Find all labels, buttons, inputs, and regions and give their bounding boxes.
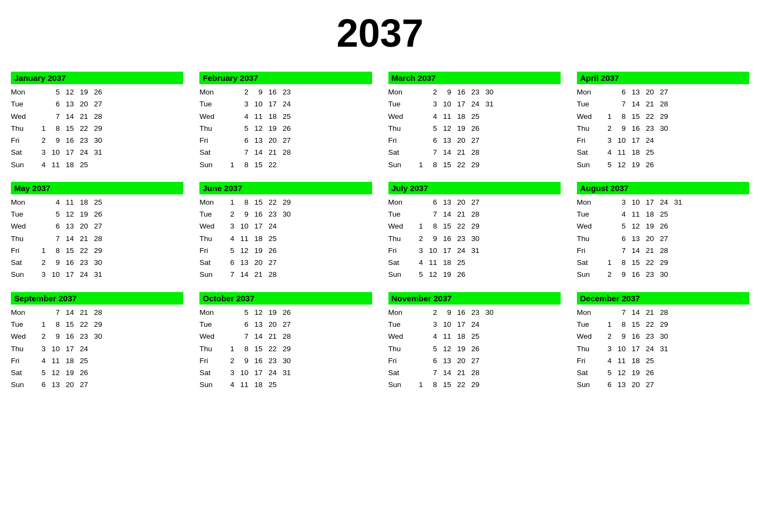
day-num bbox=[598, 245, 612, 257]
day-num: 16 bbox=[437, 233, 451, 245]
day-num: 17 bbox=[60, 147, 74, 159]
day-num: 8 bbox=[234, 197, 248, 208]
day-num: 3 bbox=[423, 98, 437, 110]
day-row: Tue18152229 bbox=[577, 319, 749, 331]
day-row: Fri3101724 bbox=[577, 135, 749, 147]
day-num: 17 bbox=[626, 135, 640, 147]
day-num: 16 bbox=[451, 307, 466, 319]
day-num: 10 bbox=[437, 98, 451, 110]
day-name: Sun bbox=[388, 379, 409, 391]
day-name: Wed bbox=[388, 220, 409, 232]
day-row: Sun18152229 bbox=[388, 379, 561, 391]
day-num: 17 bbox=[248, 220, 262, 232]
day-num: 15 bbox=[248, 197, 262, 208]
calendar-grid: January 2037Mon5121926Tue6132027Wed71421… bbox=[11, 72, 749, 391]
day-num: 21 bbox=[74, 307, 88, 319]
month-body: Mon6132027Tue7142128Wed18152229Thu291623… bbox=[388, 197, 561, 281]
day-name: Mon bbox=[388, 86, 409, 98]
day-num: 9 bbox=[234, 208, 248, 220]
month-header: January 2037 bbox=[11, 72, 183, 84]
day-num: 12 bbox=[423, 269, 437, 281]
day-num: 22 bbox=[74, 123, 88, 135]
day-num: 14 bbox=[437, 367, 451, 379]
day-nums: 310172431 bbox=[220, 367, 291, 379]
day-row: Thu18152229 bbox=[11, 123, 183, 135]
day-name: Fri bbox=[199, 245, 220, 257]
day-name: Fri bbox=[577, 355, 598, 367]
day-row: Sat5121926 bbox=[11, 367, 183, 379]
day-row: Thu29162330 bbox=[577, 123, 749, 135]
day-num: 5 bbox=[598, 159, 612, 171]
day-num: 31 bbox=[88, 147, 102, 159]
month-block: January 2037Mon5121926Tue6132027Wed71421… bbox=[11, 72, 183, 171]
day-num: 9 bbox=[234, 355, 248, 367]
day-name: Sun bbox=[388, 159, 409, 171]
day-name: Wed bbox=[388, 111, 409, 123]
day-nums: 18152229 bbox=[32, 123, 102, 135]
day-name: Tue bbox=[388, 208, 409, 220]
day-nums: 7142128 bbox=[220, 269, 291, 281]
day-num: 25 bbox=[74, 159, 88, 171]
day-num: 19 bbox=[60, 367, 74, 379]
month-body: Mon310172431Tue4111825Wed5121926Thu61320… bbox=[577, 197, 749, 281]
day-name: Sat bbox=[11, 367, 32, 379]
day-name: Thu bbox=[577, 123, 598, 135]
day-num: 28 bbox=[262, 269, 277, 281]
day-num: 9 bbox=[437, 307, 451, 319]
day-num: 25 bbox=[466, 331, 480, 343]
month-block: February 2037Mon291623Tue3101724Wed41118… bbox=[199, 72, 372, 171]
day-num: 24 bbox=[277, 98, 291, 110]
day-num bbox=[88, 379, 102, 391]
day-num: 1 bbox=[32, 123, 46, 135]
day-num: 13 bbox=[248, 319, 262, 331]
day-num: 13 bbox=[46, 379, 60, 391]
day-num: 23 bbox=[262, 355, 277, 367]
day-row: Sat18152229 bbox=[577, 257, 749, 269]
day-num: 18 bbox=[626, 355, 640, 367]
day-num: 8 bbox=[46, 245, 60, 257]
day-row: Tue5121926 bbox=[11, 208, 183, 220]
day-name: Fri bbox=[199, 135, 220, 147]
day-num: 5 bbox=[220, 245, 234, 257]
day-row: Wed3101724 bbox=[199, 220, 372, 232]
day-num: 9 bbox=[46, 135, 60, 147]
day-row: Tue7142128 bbox=[388, 208, 561, 220]
day-num: 18 bbox=[640, 208, 654, 220]
day-nums: 6132027 bbox=[409, 355, 494, 367]
day-num: 12 bbox=[626, 220, 640, 232]
day-num: 26 bbox=[640, 367, 654, 379]
day-nums: 18152229 bbox=[598, 319, 668, 331]
day-row: Fri4111825 bbox=[577, 355, 749, 367]
day-nums: 5121926 bbox=[598, 159, 668, 171]
day-num: 16 bbox=[262, 86, 277, 98]
day-nums: 5121926 bbox=[32, 208, 102, 220]
day-nums: 29162330 bbox=[409, 86, 494, 98]
day-num: 2 bbox=[234, 86, 248, 98]
day-num bbox=[598, 233, 612, 245]
month-body: Mon7142128Tue18152229Wed29162330Thu31017… bbox=[11, 307, 183, 391]
day-num: 24 bbox=[74, 343, 88, 355]
day-num: 8 bbox=[612, 319, 626, 331]
day-row: Mon6132027 bbox=[577, 86, 749, 98]
day-num: 8 bbox=[234, 159, 248, 171]
day-nums: 3101724 bbox=[32, 343, 102, 355]
day-nums: 5121926 bbox=[32, 86, 102, 98]
day-num: 20 bbox=[248, 257, 262, 269]
day-nums: 4111825 bbox=[32, 355, 102, 367]
day-num bbox=[480, 355, 494, 367]
day-num: 1 bbox=[32, 319, 46, 331]
day-nums: 4111825 bbox=[409, 331, 494, 343]
day-row: Sun5121926 bbox=[577, 159, 749, 171]
day-num: 28 bbox=[88, 307, 102, 319]
day-name: Tue bbox=[577, 319, 598, 331]
day-num bbox=[654, 159, 668, 171]
day-nums: 29162330 bbox=[598, 331, 668, 343]
day-num: 7 bbox=[612, 98, 626, 110]
day-name: Mon bbox=[11, 86, 32, 98]
day-num: 3 bbox=[612, 197, 626, 208]
day-num bbox=[409, 208, 423, 220]
day-num: 7 bbox=[612, 307, 626, 319]
day-num: 1 bbox=[598, 257, 612, 269]
day-num bbox=[654, 355, 668, 367]
day-num: 11 bbox=[437, 331, 451, 343]
